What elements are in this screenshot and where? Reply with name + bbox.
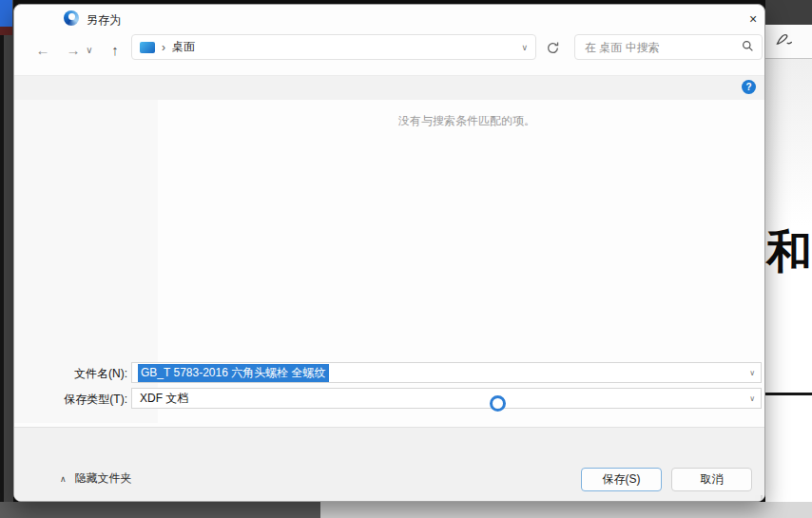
search-input[interactable] [583,40,742,55]
savetype-dropdown-icon[interactable]: ∨ [749,394,755,403]
savetype-value: XDF 文档 [138,391,188,407]
resize-grip[interactable] [755,495,763,502]
app-icon [64,10,79,26]
command-band [14,75,765,100]
pen-tool-icon [774,30,793,53]
background-document-rule [765,393,812,395]
touch-indicator-ring [490,395,506,412]
hide-folders-label: 隐藏文件夹 [75,470,132,487]
search-box [574,34,763,60]
address-dropdown-icon[interactable]: ∨ [521,43,528,52]
breadcrumb-separator-icon: › [162,41,165,54]
background-left-red-block [0,27,12,35]
cancel-button[interactable]: 取消 [671,468,752,491]
savetype-label: 保存类型(T): [14,392,127,408]
desktop-icon [140,42,155,53]
up-directory-button[interactable]: ↑ [103,37,127,62]
recent-locations-dropdown[interactable]: ∨ [77,37,102,62]
filename-label: 文件名(N): [14,366,127,382]
background-bottom-dark-strip [0,502,320,518]
empty-results-message: 没有与搜索条件匹配的项。 [398,113,535,129]
help-icon[interactable]: ? [742,80,756,94]
background-toolbar-strip [765,25,812,59]
filename-value-selected[interactable]: GB_T 5783-2016 六角头螺栓 全螺纹 [138,364,329,382]
save-as-dialog: 另存为 × ← → ∨ ↑ › 桌面 ∨ ? 没有与搜索条件匹配的项。 文件名 [13,4,765,502]
close-button[interactable]: × [739,7,765,30]
save-button[interactable]: 保存(S) [581,468,662,491]
address-bar[interactable]: › 桌面 ∨ [131,34,536,60]
filename-field[interactable]: GB_T 5783-2016 六角头螺栓 全螺纹 ∨ [131,362,762,383]
background-left-blue-block [0,0,12,27]
dialog-title: 另存为 [87,12,121,29]
screen: 和 另存为 × ← → ∨ ↑ › 桌面 ∨ ? [0,0,812,518]
search-icon[interactable] [742,39,754,56]
savetype-field[interactable]: XDF 文档 ∨ [131,388,762,409]
background-document-heading: 和 [766,226,812,276]
background-left-edge [0,0,4,518]
collapse-caret-icon: ∧ [60,474,67,484]
back-button[interactable]: ← [30,37,55,62]
refresh-button[interactable] [540,35,565,60]
breadcrumb-item-desktop[interactable]: 桌面 [172,39,195,55]
background-bottom-light-strip [320,502,812,518]
hide-folders-toggle[interactable]: ∧ 隐藏文件夹 [60,470,132,487]
background-titlebar-strip [765,0,812,25]
filename-dropdown-icon[interactable]: ∨ [749,369,755,377]
